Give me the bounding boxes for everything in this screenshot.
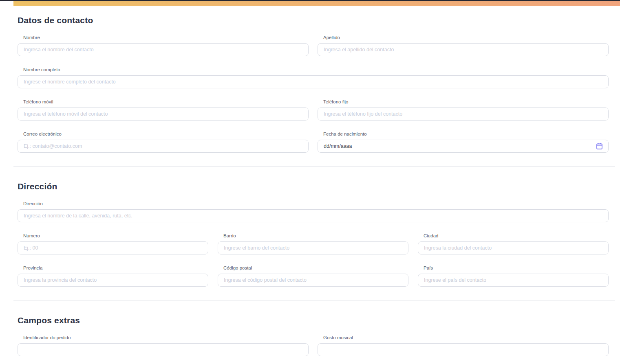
nombre-input[interactable] xyxy=(18,43,309,56)
field-correo: Correo electrónico xyxy=(18,131,309,153)
telefono-fijo-input[interactable] xyxy=(318,107,609,121)
fecha-nacimiento-input[interactable]: dd/mm/aaaa xyxy=(318,140,609,153)
row-province-zip-country: Provincia Código postal País xyxy=(18,265,609,287)
calendar-icon[interactable] xyxy=(596,143,602,149)
field-fecha-nacimiento: Fecha de nacimiento dd/mm/aaaa xyxy=(318,131,609,153)
codigo-postal-input[interactable] xyxy=(218,274,408,287)
field-identificador-pedido: Identificador do pedido xyxy=(18,335,309,356)
pais-label: País xyxy=(424,265,609,271)
field-numero: Numero xyxy=(18,233,208,254)
fecha-nacimiento-label: Fecha de nacimiento xyxy=(323,131,609,137)
section-title-contact: Datos de contacto xyxy=(18,15,609,25)
field-barrio: Barrio xyxy=(218,233,408,254)
barrio-label: Barrio xyxy=(223,233,408,239)
section-extra-fields: Campos extras Identificador do pedido Go… xyxy=(18,316,609,356)
correo-input[interactable] xyxy=(18,140,309,153)
provincia-label: Provincia xyxy=(23,265,208,271)
provincia-input[interactable] xyxy=(18,274,208,287)
section-address: Dirección Dirección Numero Barrio Ciudad xyxy=(18,182,609,287)
telefono-fijo-label: Teléfono fijo xyxy=(323,99,609,105)
identificador-pedido-label: Identificador do pedido xyxy=(23,335,309,340)
field-provincia: Provincia xyxy=(18,265,208,287)
apellido-label: Apellido xyxy=(323,35,609,40)
numero-label: Numero xyxy=(23,233,208,239)
numero-input[interactable] xyxy=(18,241,208,254)
direccion-label: Dirección xyxy=(23,201,609,206)
date-format-hint: dd/mm/aaaa xyxy=(324,143,352,149)
row-email-birthdate: Correo electrónico Fecha de nacimiento d… xyxy=(18,131,609,153)
section-title-extras: Campos extras xyxy=(18,316,609,325)
section-divider xyxy=(13,166,615,167)
field-gosto-musical: Gosto musical xyxy=(318,335,609,356)
row-phones: Teléfono móvil Teléfono fijo xyxy=(18,99,609,131)
field-ciudad: Ciudad xyxy=(418,233,609,254)
field-telefono-fijo: Teléfono fijo xyxy=(318,99,609,121)
gosto-musical-input[interactable] xyxy=(318,343,609,356)
telefono-movil-label: Teléfono móvil xyxy=(23,99,309,105)
contact-form: Datos de contacto Nombre Apellido Nombre… xyxy=(0,15,620,356)
barrio-input[interactable] xyxy=(218,241,408,254)
row-name: Nombre Apellido xyxy=(18,35,609,67)
telefono-movil-input[interactable] xyxy=(18,107,309,121)
ciudad-input[interactable] xyxy=(418,241,609,254)
nombre-completo-input[interactable] xyxy=(18,75,609,88)
correo-label: Correo electrónico xyxy=(23,131,309,137)
apellido-input[interactable] xyxy=(318,43,609,56)
field-pais: País xyxy=(418,265,609,287)
field-apellido: Apellido xyxy=(318,35,609,56)
field-nombre: Nombre xyxy=(18,35,309,56)
nombre-completo-label: Nombre completo xyxy=(23,67,609,72)
direccion-input[interactable] xyxy=(18,209,609,222)
field-nombre-completo: Nombre completo xyxy=(18,67,609,88)
pais-input[interactable] xyxy=(418,274,609,287)
field-direccion: Dirección xyxy=(18,201,609,222)
field-telefono-movil: Teléfono móvil xyxy=(18,99,309,121)
nombre-label: Nombre xyxy=(23,35,309,40)
row-street: Dirección xyxy=(18,201,609,233)
top-gradient-bar xyxy=(13,1,620,6)
identificador-pedido-input[interactable] xyxy=(18,343,309,356)
codigo-postal-label: Código postal xyxy=(223,265,408,271)
section-title-address: Dirección xyxy=(18,182,609,191)
ciudad-label: Ciudad xyxy=(424,233,609,239)
field-codigo-postal: Código postal xyxy=(218,265,408,287)
row-extras: Identificador do pedido Gosto musical xyxy=(18,335,609,356)
section-contact-data: Datos de contacto Nombre Apellido Nombre… xyxy=(18,15,609,153)
section-divider xyxy=(13,300,615,300)
row-number-district-city: Numero Barrio Ciudad xyxy=(18,233,609,265)
row-fullname: Nombre completo xyxy=(18,67,609,99)
gosto-musical-label: Gosto musical xyxy=(323,335,609,340)
